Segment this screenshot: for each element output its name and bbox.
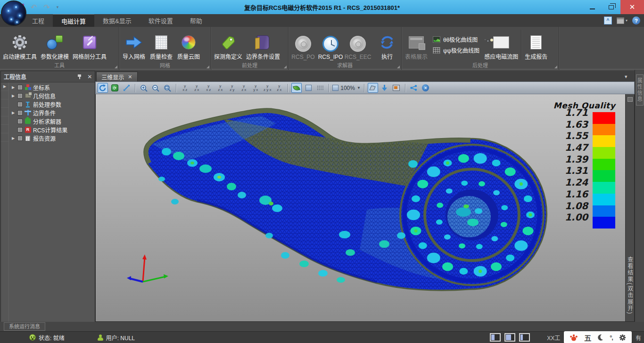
window-capture-button[interactable] (391, 83, 402, 93)
download-view-button[interactable] (380, 83, 390, 93)
minimize-button[interactable] (583, 0, 602, 14)
wireframe-view-button[interactable] (303, 83, 314, 93)
system-messages-tab[interactable]: 系统运行消息 (4, 322, 45, 331)
zoom-in-button[interactable] (139, 83, 149, 93)
group-expand-icon[interactable] (115, 65, 117, 68)
axis-view-button[interactable]: y z x (191, 83, 202, 93)
tab-help[interactable]: 帮助 (182, 14, 211, 27)
rcs-po-button[interactable]: RCS_PO (289, 28, 317, 62)
gutter-arrow-icon[interactable]: ▶ (2, 84, 7, 89)
rcs-eec-button[interactable]: RCS_EEC (344, 28, 372, 62)
tree-item-preprocess-params[interactable]: T 前处理参数 (9, 100, 95, 108)
checkbox[interactable] (17, 119, 23, 124)
shaded-view-button[interactable] (291, 83, 302, 93)
qat-dropdown-icon[interactable]: ▾ (57, 5, 59, 9)
axis-view-button[interactable]: y z y x (262, 83, 272, 93)
tab-em-compute[interactable]: 电磁计算 (53, 14, 94, 27)
checkbox[interactable] (17, 85, 23, 90)
redo-icon[interactable]: ↷ (43, 3, 50, 12)
psi-polarization-curve-button[interactable]: ψψ极化曲线图 (433, 46, 479, 54)
zoom-window-button[interactable] (162, 83, 173, 93)
import-mesh-button[interactable]: 导入网格 (120, 28, 148, 62)
app-logo[interactable] (1, 0, 26, 26)
group-expand-icon[interactable] (284, 65, 287, 68)
zoom-level-control[interactable]: 100% ▼ (332, 85, 361, 91)
checkbox[interactable] (17, 127, 23, 132)
axis-view-button[interactable]: y y x (250, 83, 261, 93)
tab-project[interactable]: 工程 (24, 14, 53, 27)
expand-arrow-icon[interactable]: ▶ (11, 136, 16, 140)
checkbox[interactable] (17, 102, 23, 107)
properties-panel-tab[interactable]: 属性信息 (636, 74, 644, 106)
axis-view-button[interactable]: y x z (180, 83, 190, 93)
checkbox[interactable] (17, 93, 23, 98)
undo-icon[interactable]: ↶ (31, 3, 37, 12)
expand-arrow-icon[interactable]: ▶ (11, 94, 16, 98)
group-expand-icon[interactable] (206, 65, 209, 68)
ime-punctuation-icon[interactable]: °, (610, 334, 613, 341)
moon-icon[interactable] (597, 334, 603, 341)
parametric-modeling-button[interactable]: 参数化建模 (39, 28, 71, 62)
select-region-button[interactable] (368, 83, 378, 93)
quality-check-button[interactable]: 质量检查 (148, 28, 175, 62)
checkbox[interactable] (17, 110, 23, 115)
axis-view-button[interactable]: y z x (239, 83, 249, 93)
tab-settings[interactable]: 软件设置 (140, 14, 182, 27)
legend-value: 1.55 (565, 130, 588, 142)
help-button[interactable]: ? (632, 16, 640, 24)
panel-close-icon[interactable]: ✕ (87, 74, 92, 80)
checkbox[interactable] (17, 136, 23, 141)
restore-button[interactable] (602, 0, 620, 14)
induced-current-map-button[interactable]: 感应电磁流图 (482, 28, 520, 62)
group-expand-icon[interactable] (554, 65, 557, 68)
tree-item-coordinate-system[interactable]: ▶ 坐标系 (9, 83, 95, 91)
axis-view-button[interactable]: y z x (274, 83, 284, 93)
generate-report-button[interactable]: 生成报告 (522, 28, 550, 62)
zoom-out-button[interactable] (150, 83, 161, 93)
launch-modeling-tool-button[interactable]: 启动建模工具 (1, 28, 39, 62)
ime-mode-key[interactable]: 五 (584, 333, 591, 343)
zoom-dropdown-icon[interactable]: ▼ (357, 86, 361, 90)
layout-split-icon[interactable] (504, 333, 515, 342)
rotate-view-button[interactable] (98, 83, 108, 93)
layout-narrow-panel-icon[interactable] (519, 333, 530, 342)
rcs-ipo-button[interactable]: RCS_IPO (317, 28, 344, 62)
paw-icon[interactable] (570, 334, 578, 341)
pin-icon[interactable] (77, 74, 83, 80)
close-view-button[interactable]: ✕ (421, 83, 431, 93)
axis-view-button[interactable]: y z y (227, 83, 237, 93)
table-display-button[interactable]: 表格展示 (403, 28, 430, 62)
ime-settings-gear-icon[interactable] (619, 334, 626, 341)
tab-list-dropdown-icon[interactable]: ▼ (624, 74, 628, 79)
close-button[interactable]: ✕ (620, 0, 644, 14)
fit-view-button[interactable] (121, 83, 132, 93)
3d-viewport[interactable]: Mesh Quality 1.711.631.551.471.391.311.2… (95, 94, 635, 322)
tree-item-geometry-info[interactable]: ▶ 几何信息 (9, 91, 95, 100)
boundary-condition-button[interactable]: 边界条件设置 (244, 28, 282, 62)
pan-view-button[interactable]: ⟳ (109, 83, 120, 93)
results-collapsed-strip[interactable]: 查看结果(双击展开) (625, 94, 634, 321)
tab-close-icon[interactable]: ✕ (128, 74, 132, 80)
tab-3d-display[interactable]: 三维显示 ✕ (96, 72, 137, 82)
group-expand-icon[interactable] (397, 65, 400, 68)
expand-arrow-icon[interactable]: ▶ (11, 111, 16, 115)
layout-left-panel-icon[interactable] (490, 333, 501, 342)
expand-arrow-icon[interactable]: ▶ (11, 85, 16, 90)
tree-item-boundary-conditions[interactable]: ▶ 边界条件 (9, 108, 95, 117)
execute-button[interactable]: 执行 (373, 28, 401, 62)
quality-cloud-button[interactable]: 质量云图 (175, 28, 202, 62)
collapse-ribbon-button[interactable]: ^ (604, 16, 612, 24)
axis-view-button[interactable]: y z x (215, 83, 225, 93)
probe-angle-button[interactable]: 探测角定义 (212, 28, 244, 62)
tab-data-display[interactable]: 数据&显示 (94, 14, 140, 27)
points-view-button[interactable] (315, 83, 325, 93)
tree-item-rcs-results[interactable]: R RCS计算结果 (9, 125, 95, 134)
tree-item-analysis-solver[interactable]: 分析求解器 (9, 117, 95, 125)
share-flow-button[interactable] (409, 83, 419, 93)
mesh-partition-tool-button[interactable]: 网格剖分工具 (71, 28, 108, 62)
print-preview-button[interactable]: ▾ (617, 17, 627, 24)
tree-item-report-resources[interactable]: ▶ 报告资源 (9, 134, 95, 142)
theta-polarization-curve-button[interactable]: θθ极化曲线图 (433, 35, 479, 43)
ime-toolbar[interactable]: 五 °, (564, 331, 632, 343)
axis-view-button[interactable]: y x z (203, 83, 214, 93)
